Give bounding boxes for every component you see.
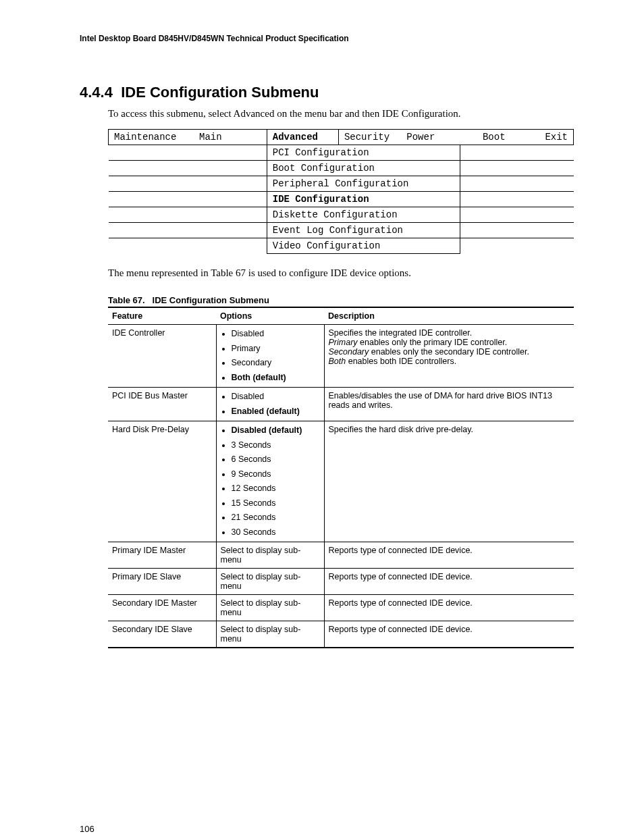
- table-row: IDE ControllerDisabledPrimarySecondaryBo…: [108, 325, 574, 388]
- running-header: Intel Desktop Board D845HV/D845WN Techni…: [80, 34, 573, 43]
- cell-description: Specifies the hard disk drive pre-delay.: [324, 421, 574, 542]
- bios-menu-diagram: Maintenance Main Advanced Security Power…: [108, 129, 574, 254]
- cell-description: Reports type of connected IDE device.: [324, 621, 574, 648]
- cell-feature: PCI IDE Bus Master: [108, 388, 216, 421]
- col-header-feature: Feature: [108, 307, 216, 325]
- cell-feature: Secondary IDE Slave: [108, 621, 216, 648]
- table-row: PCI IDE Bus MasterDisabledEnabled (defau…: [108, 388, 574, 421]
- menu-tab-security-power: Security Power: [338, 130, 460, 145]
- table-row: Secondary IDE SlaveSelect to display sub…: [108, 621, 574, 648]
- config-table: Feature Options Description IDE Controll…: [108, 307, 574, 648]
- menu-tab-boot-exit: Boot Exit: [460, 130, 574, 145]
- menu-sub-video: Video Configuration: [267, 238, 460, 254]
- menu-tab-maintenance: Maintenance Main: [109, 130, 267, 145]
- section-intro: To access this submenu, select Advanced …: [108, 108, 573, 120]
- section-title: 4.4.4 IDE Configuration Submenu: [80, 84, 573, 101]
- table-row: Primary IDE SlaveSelect to display sub-m…: [108, 569, 574, 595]
- cell-feature: Hard Disk Pre-Delay: [108, 421, 216, 542]
- section-between-text: The menu represented in Table 67 is used…: [108, 267, 573, 279]
- menu-sub-pci: PCI Configuration: [267, 145, 460, 161]
- cell-description: Enables/disables the use of DMA for hard…: [324, 388, 574, 421]
- cell-options: Select to display sub-menu: [216, 569, 324, 595]
- cell-description: Reports type of connected IDE device.: [324, 569, 574, 595]
- cell-feature: Primary IDE Slave: [108, 569, 216, 595]
- col-header-options: Options: [216, 307, 324, 325]
- menu-sub-ide: IDE Configuration: [267, 192, 460, 207]
- page-number: 106: [80, 824, 573, 834]
- cell-feature: IDE Controller: [108, 325, 216, 388]
- menu-sub-boot: Boot Configuration: [267, 161, 460, 176]
- section-number: 4.4.4: [80, 84, 113, 101]
- table-caption: Table 67. IDE Configuration Submenu: [108, 295, 573, 305]
- table-row: Primary IDE MasterSelect to display sub-…: [108, 542, 574, 569]
- cell-options: Select to display sub-menu: [216, 542, 324, 569]
- table-row: Secondary IDE MasterSelect to display su…: [108, 595, 574, 621]
- menu-sub-diskette: Diskette Configuration: [267, 207, 460, 223]
- cell-options: Select to display sub-menu: [216, 595, 324, 621]
- cell-description: Reports type of connected IDE device.: [324, 595, 574, 621]
- cell-feature: Secondary IDE Master: [108, 595, 216, 621]
- menu-sub-peripheral: Peripheral Configuration: [267, 176, 460, 192]
- menu-sub-eventlog: Event Log Configuration: [267, 223, 460, 238]
- cell-description: Reports type of connected IDE device.: [324, 542, 574, 569]
- section-title-text: IDE Configuration Submenu: [121, 84, 319, 101]
- cell-description: Specifies the integrated IDE controller.…: [324, 325, 574, 388]
- cell-options: DisabledPrimarySecondaryBoth (default): [216, 325, 324, 388]
- menu-tab-advanced: Advanced: [267, 130, 338, 145]
- cell-options: DisabledEnabled (default): [216, 388, 324, 421]
- cell-feature: Primary IDE Master: [108, 542, 216, 569]
- cell-options: Select to display sub-menu: [216, 621, 324, 648]
- col-header-description: Description: [324, 307, 574, 325]
- table-row: Hard Disk Pre-DelayDisabled (default)3 S…: [108, 421, 574, 542]
- cell-options: Disabled (default)3 Seconds6 Seconds9 Se…: [216, 421, 324, 542]
